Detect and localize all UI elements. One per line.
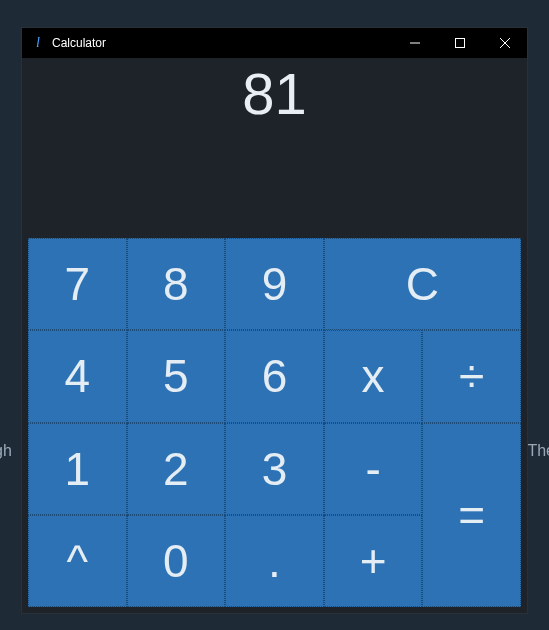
key-power[interactable]: ^ [28,515,127,607]
maximize-button[interactable] [437,28,482,58]
key-multiply[interactable]: x [324,330,423,422]
window-controls [392,28,527,58]
svg-rect-1 [455,39,464,48]
key-1[interactable]: 1 [28,423,127,515]
minimize-button[interactable] [392,28,437,58]
app-feather-icon: l [22,35,48,51]
key-8[interactable]: 8 [127,238,226,330]
key-3[interactable]: 3 [225,423,324,515]
window-title: Calculator [48,36,106,50]
key-2[interactable]: 2 [127,423,226,515]
background-text-left: gh [0,442,12,460]
key-decimal[interactable]: . [225,515,324,607]
calculator-window: l Calculator 81 7 8 9 C 4 5 6 x ÷ 1 2 [22,28,527,613]
key-equals[interactable]: = [422,423,521,608]
key-7[interactable]: 7 [28,238,127,330]
close-button[interactable] [482,28,527,58]
background-text-right: The [527,442,549,460]
calculator-display: 81 [22,58,527,212]
key-6[interactable]: 6 [225,330,324,422]
titlebar: l Calculator [22,28,527,58]
key-5[interactable]: 5 [127,330,226,422]
key-clear[interactable]: C [324,238,521,330]
key-add[interactable]: + [324,515,423,607]
key-subtract[interactable]: - [324,423,423,515]
key-4[interactable]: 4 [28,330,127,422]
key-divide[interactable]: ÷ [422,330,521,422]
key-0[interactable]: 0 [127,515,226,607]
key-9[interactable]: 9 [225,238,324,330]
keypad: 7 8 9 C 4 5 6 x ÷ 1 2 3 - = ^ 0 . + [28,238,521,607]
